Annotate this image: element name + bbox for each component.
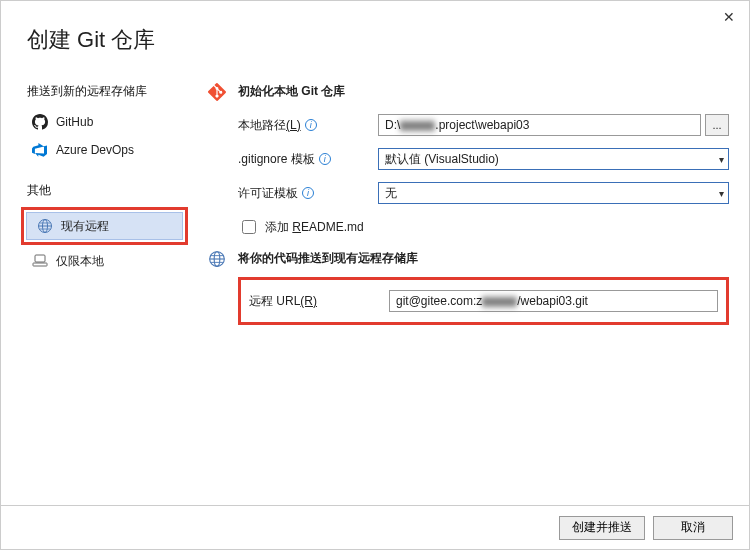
highlight-remote-url: 远程 URL(R) git@gitee.com:z▮▮▮▮▮/webapi03.… — [238, 277, 729, 325]
sidebar: 推送到新的远程存储库 GitHub Azure DevOps 其他 现有远程 — [21, 83, 196, 331]
azure-devops-icon — [32, 142, 48, 158]
chevron-down-icon: ▾ — [719, 154, 724, 165]
info-icon[interactable]: i — [319, 153, 331, 165]
browse-button[interactable]: ... — [705, 114, 729, 136]
sidebar-item-existing-remote[interactable]: 现有远程 — [26, 212, 183, 240]
svg-rect-6 — [33, 263, 47, 266]
remote-url-field[interactable]: git@gitee.com:z▮▮▮▮▮/webapi03.git — [389, 290, 718, 312]
push-section-title: 将你的代码推送到现有远程存储库 — [238, 250, 729, 267]
sidebar-item-local-only[interactable]: 仅限本地 — [21, 247, 188, 275]
license-label: 许可证模板 i — [238, 185, 378, 202]
readme-label[interactable]: 添加 README.md — [265, 219, 364, 236]
dialog-title: 创建 Git 仓库 — [1, 1, 749, 55]
gitignore-label: .gitignore 模板 i — [238, 151, 378, 168]
sidebar-heading-remote: 推送到新的远程存储库 — [27, 83, 188, 100]
readme-checkbox[interactable] — [242, 220, 256, 234]
sidebar-item-azure-devops[interactable]: Azure DevOps — [21, 136, 188, 164]
sidebar-item-label: Azure DevOps — [56, 143, 134, 157]
info-icon[interactable]: i — [302, 187, 314, 199]
sidebar-heading-other: 其他 — [27, 182, 188, 199]
sidebar-item-label: 仅限本地 — [56, 253, 104, 270]
globe-icon — [208, 250, 226, 268]
sidebar-item-label: 现有远程 — [61, 218, 109, 235]
globe-icon — [37, 218, 53, 234]
init-section-title: 初始化本地 Git 仓库 — [238, 83, 729, 100]
local-path-label: 本地路径(L) i — [238, 117, 378, 134]
remote-url-label: 远程 URL(R) — [249, 293, 389, 310]
svg-rect-5 — [35, 255, 45, 262]
create-and-push-button[interactable]: 创建并推送 — [559, 516, 645, 540]
main-panel: 初始化本地 Git 仓库 本地路径(L) i D:\▮▮▮▮▮.project\… — [196, 83, 729, 331]
gitignore-select[interactable]: 默认值 (VisualStudio) ▾ — [378, 148, 729, 170]
dialog-button-bar: 创建并推送 取消 — [1, 505, 749, 549]
github-icon — [32, 114, 48, 130]
local-path-field[interactable]: D:\▮▮▮▮▮.project\webapi03 — [378, 114, 701, 136]
highlight-existing-remote: 现有远程 — [21, 207, 188, 245]
info-icon[interactable]: i — [305, 119, 317, 131]
cancel-button[interactable]: 取消 — [653, 516, 733, 540]
git-init-icon — [208, 83, 226, 101]
chevron-down-icon: ▾ — [719, 188, 724, 199]
sidebar-item-github[interactable]: GitHub — [21, 108, 188, 136]
close-icon[interactable]: ✕ — [723, 9, 735, 25]
local-repo-icon — [32, 253, 48, 269]
sidebar-item-label: GitHub — [56, 115, 93, 129]
license-select[interactable]: 无 ▾ — [378, 182, 729, 204]
